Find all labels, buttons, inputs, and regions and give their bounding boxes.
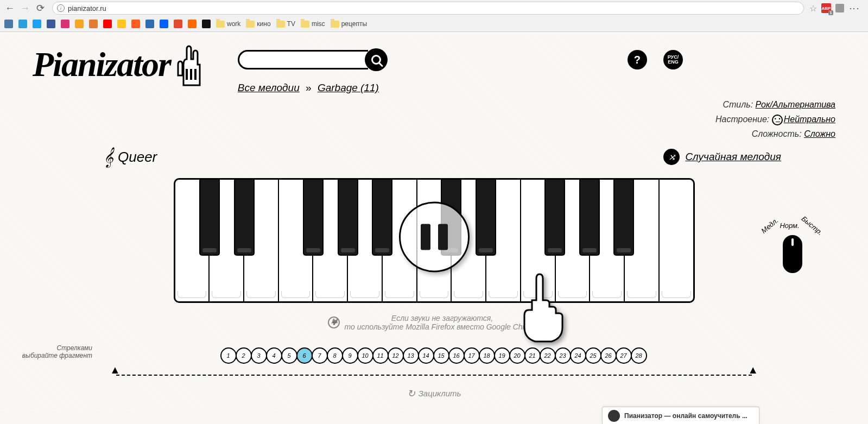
bookmark-item[interactable] (174, 20, 182, 28)
breadcrumb-artist[interactable]: Garbage (11) (318, 82, 379, 93)
logo-text: Pianizator (33, 45, 170, 85)
black-key[interactable] (372, 180, 392, 256)
breadcrumb-separator: » (306, 82, 312, 93)
bookmark-item[interactable] (75, 20, 84, 28)
rock-hand-icon (173, 43, 205, 86)
fragment-24[interactable]: 24 (570, 347, 586, 364)
fragment-23[interactable]: 23 (555, 347, 571, 364)
bookmark-folder[interactable]: TV (276, 20, 295, 28)
bookmark-item[interactable] (47, 20, 55, 28)
fragment-1[interactable]: 1 (220, 347, 237, 364)
fragment-17[interactable]: 17 (464, 347, 480, 364)
fragment-22[interactable]: 22 (540, 347, 556, 364)
search-button[interactable] (365, 48, 388, 71)
fragment-12[interactable]: 12 (388, 347, 404, 364)
black-key[interactable] (579, 180, 600, 256)
bookmark-item[interactable] (61, 20, 69, 28)
fragment-13[interactable]: 13 (403, 347, 419, 364)
help-button[interactable]: ? (628, 50, 647, 69)
meta-style-value[interactable]: Рок/Альтернатива (756, 100, 835, 109)
tempo-knob[interactable] (783, 235, 802, 273)
fragment-27[interactable]: 27 (616, 347, 632, 364)
bookmark-item[interactable] (131, 20, 140, 28)
bookmark-folder[interactable]: work (216, 20, 240, 28)
fragment-3[interactable]: 3 (251, 347, 267, 364)
url-bar[interactable]: i pianizator.ru (52, 2, 804, 15)
fragment-26[interactable]: 26 (600, 347, 617, 364)
abp-extension-icon[interactable]: ABP (821, 3, 831, 13)
fragment-25[interactable]: 25 (585, 347, 601, 364)
fragment-20[interactable]: 20 (509, 347, 525, 364)
fragment-9[interactable]: 9 (342, 347, 358, 364)
firefox-hint: Если звуки не загружаются, то используйт… (33, 314, 835, 331)
black-key[interactable] (476, 180, 496, 256)
fragment-8[interactable]: 8 (327, 347, 343, 364)
fragment-7[interactable]: 7 (312, 347, 328, 364)
pause-button[interactable] (399, 201, 470, 272)
pause-icon (421, 224, 430, 250)
logo[interactable]: Pianizator (33, 43, 205, 86)
tempo-normal-label: Норм. (780, 222, 799, 230)
info-icon[interactable]: i (57, 4, 65, 12)
fragment-6[interactable]: 6 (296, 347, 313, 364)
fragment-2[interactable]: 2 (236, 347, 252, 364)
black-key[interactable] (303, 180, 324, 256)
breadcrumb: Все мелодии » Garbage (11) (238, 82, 683, 94)
fragment-11[interactable]: 11 (372, 347, 389, 364)
bookmark-item[interactable] (33, 20, 41, 28)
breadcrumb-all-melodies[interactable]: Все мелодии (238, 82, 300, 93)
fragment-15[interactable]: 15 (433, 347, 449, 364)
bookmark-folder[interactable]: рецепты (331, 20, 367, 28)
tempo-slow-label: Медл. (759, 216, 780, 235)
fragment-14[interactable]: 14 (418, 347, 434, 364)
bookmark-folder[interactable]: misc (301, 20, 325, 28)
firefox-icon (328, 317, 340, 328)
bookmark-star-icon[interactable]: ☆ (809, 3, 817, 14)
treble-clef-icon: 𝄞 (103, 147, 113, 167)
bookmarks-bar: workкиноTVmiscрецепты (0, 16, 868, 31)
fragment-16[interactable]: 16 (448, 347, 465, 364)
tempo-dial[interactable]: Медл. Норм. Быстр. (760, 222, 825, 273)
language-toggle[interactable]: РУС/ ENG (663, 50, 683, 69)
meta-style-label: Стиль: (723, 100, 753, 109)
meta-diff-label: Сложность: (752, 129, 802, 138)
fragment-4[interactable]: 4 (266, 347, 282, 364)
random-melody-label: Случайная мелодия (685, 151, 781, 163)
bookmark-item[interactable] (145, 20, 154, 28)
bookmark-item[interactable] (117, 20, 126, 28)
meta-diff-value[interactable]: Сложно (804, 129, 835, 138)
fragment-19[interactable]: 19 (494, 347, 510, 364)
back-button[interactable]: ← (3, 2, 16, 15)
bookmark-item[interactable] (18, 20, 27, 28)
fragment-5[interactable]: 5 (281, 347, 297, 364)
loop-toggle[interactable]: ↻ Зациклить (76, 388, 792, 400)
reload-button[interactable]: ⟳ (34, 2, 47, 15)
bookmark-folder[interactable]: кино (246, 20, 270, 28)
fragment-18[interactable]: 18 (479, 347, 495, 364)
white-key[interactable] (660, 180, 693, 301)
meta-mood-value[interactable]: Нейтрально (784, 115, 835, 124)
black-key[interactable] (613, 180, 634, 256)
fragment-10[interactable]: 10 (357, 347, 373, 364)
black-key[interactable] (544, 180, 565, 256)
chat-widget[interactable]: Пианизатор — онлайн самоучитель ... (602, 407, 759, 412)
bookmark-item[interactable] (4, 20, 13, 28)
search-input[interactable] (238, 50, 368, 69)
bookmark-item[interactable] (188, 20, 197, 28)
black-key[interactable] (199, 180, 220, 256)
loop-range[interactable]: ▲ ▲ (106, 367, 762, 383)
fragment-21[interactable]: 21 (524, 347, 541, 364)
loop-end-arrow-icon[interactable]: ▲ (747, 364, 758, 376)
extension-icon[interactable] (835, 4, 844, 12)
browser-menu-icon[interactable]: ⋮ (848, 4, 860, 12)
bookmark-item[interactable] (103, 20, 112, 28)
forward-button[interactable]: → (18, 2, 31, 15)
black-key[interactable] (338, 180, 358, 256)
fragment-28[interactable]: 28 (631, 347, 647, 364)
black-key[interactable] (234, 180, 255, 256)
fragment-hint: Стрелками выбирайте фрагмент (22, 344, 92, 360)
bookmark-item[interactable] (89, 20, 98, 28)
bookmark-item[interactable] (202, 20, 211, 28)
random-melody-link[interactable]: ⤨ Случайная мелодия (663, 149, 781, 165)
bookmark-item[interactable] (160, 20, 168, 28)
